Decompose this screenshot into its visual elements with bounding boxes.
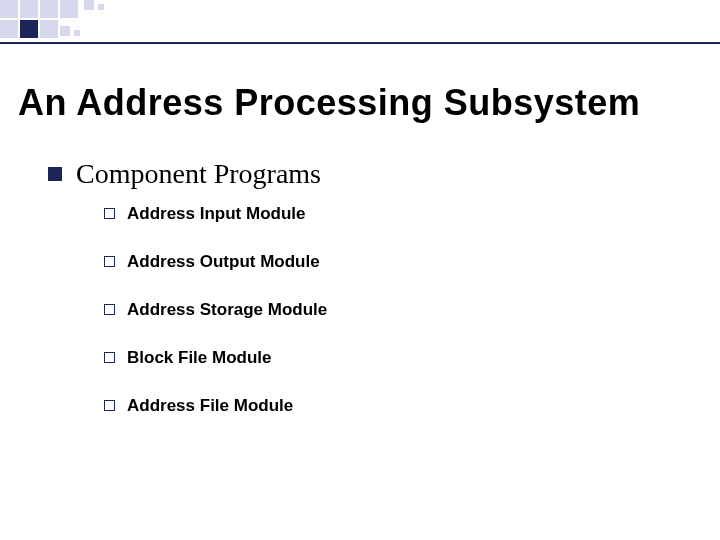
list-item: Address Storage Module	[104, 300, 700, 320]
svg-rect-6	[0, 20, 18, 38]
hollow-square-bullet-icon	[104, 352, 115, 363]
section-heading: Component Programs	[76, 158, 321, 190]
svg-rect-8	[40, 20, 58, 38]
header-divider	[0, 42, 720, 44]
slide-title: An Address Processing Subsystem	[18, 82, 640, 124]
section-heading-row: Component Programs	[48, 158, 700, 190]
filled-square-bullet-icon	[48, 167, 62, 181]
list-item-label: Address Output Module	[127, 252, 320, 272]
corner-decoration	[0, 0, 720, 42]
list-item: Address File Module	[104, 396, 700, 416]
list-item-label: Address File Module	[127, 396, 293, 416]
list-item-label: Address Input Module	[127, 204, 306, 224]
hollow-square-bullet-icon	[104, 304, 115, 315]
svg-rect-3	[60, 0, 78, 18]
content-area: Component Programs Address Input Module …	[48, 158, 700, 444]
svg-rect-10	[74, 30, 80, 36]
hollow-square-bullet-icon	[104, 400, 115, 411]
hollow-square-bullet-icon	[104, 256, 115, 267]
svg-rect-5	[98, 4, 104, 10]
hollow-square-bullet-icon	[104, 208, 115, 219]
svg-rect-7	[20, 20, 38, 38]
svg-rect-0	[0, 0, 18, 18]
list-item: Block File Module	[104, 348, 700, 368]
svg-rect-1	[20, 0, 38, 18]
svg-rect-4	[84, 0, 94, 10]
list-item-label: Address Storage Module	[127, 300, 327, 320]
list-item-label: Block File Module	[127, 348, 272, 368]
svg-rect-2	[40, 0, 58, 18]
slide: An Address Processing Subsystem Componen…	[0, 0, 720, 540]
list-item: Address Output Module	[104, 252, 700, 272]
list-item: Address Input Module	[104, 204, 700, 224]
item-list: Address Input Module Address Output Modu…	[104, 204, 700, 416]
svg-rect-9	[60, 26, 70, 36]
